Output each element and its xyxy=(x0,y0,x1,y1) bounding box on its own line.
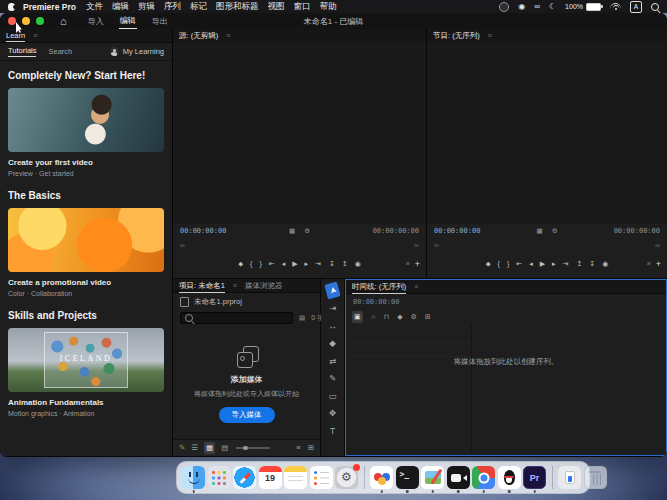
track-select-tool[interactable]: ⇥ xyxy=(325,302,340,315)
program-monitor-tab[interactable]: 节目: (无序列) xyxy=(433,29,480,43)
focus-moon-icon[interactable]: ☾ xyxy=(549,3,556,11)
extract-icon[interactable]: ↧ xyxy=(589,259,595,269)
search-input[interactable] xyxy=(197,315,288,322)
export-frame-icon[interactable]: ◉ xyxy=(602,259,608,269)
step-forward-icon[interactable]: ▸ xyxy=(552,259,556,269)
list-view-icon[interactable]: ☰ xyxy=(191,443,198,453)
timeline-tab[interactable]: 时间线: (无序列) xyxy=(352,280,406,294)
siri-icon[interactable] xyxy=(499,2,509,12)
menu-item-view[interactable]: 视图 xyxy=(267,1,284,13)
program-zoom-scrollbar[interactable] xyxy=(434,243,660,248)
panel-menu-icon[interactable]: ≡ xyxy=(488,32,492,39)
play-icon[interactable]: ▶ xyxy=(292,259,297,269)
go-to-in-icon[interactable]: ⇤ xyxy=(269,259,275,269)
zoom-level-icon[interactable]: ▦ xyxy=(537,226,543,236)
more-buttons-icon[interactable]: » xyxy=(406,259,410,269)
dock-item-safari[interactable] xyxy=(233,466,256,489)
dock-item-launchpad[interactable] xyxy=(208,466,231,489)
razor-tool[interactable]: ◆ xyxy=(325,337,340,350)
home-icon[interactable]: ⌂ xyxy=(60,14,67,28)
menu-item-file[interactable]: 文件 xyxy=(86,1,103,13)
panel-menu-icon[interactable]: ≡ xyxy=(33,32,37,39)
import-media-button[interactable]: 导入媒体 xyxy=(219,407,275,423)
project-empty-state[interactable]: 添加媒体 将媒体拖到此处或导入媒体以开始 导入媒体 xyxy=(173,331,320,438)
dock-item-cloud-drive[interactable] xyxy=(370,466,393,489)
menu-item-markers[interactable]: 标记 xyxy=(190,1,207,13)
menu-item-window[interactable]: 窗口 xyxy=(293,1,310,13)
step-back-icon[interactable]: ◂ xyxy=(529,259,533,269)
export-frame-icon[interactable]: ◉ xyxy=(355,259,361,269)
timeline-add-marker-icon[interactable]: ◆ xyxy=(397,312,402,322)
close-window-button[interactable] xyxy=(8,17,16,25)
dock-item-premiere-pro[interactable]: Pr xyxy=(523,466,546,489)
tutorial-card-image-animation[interactable]: ICELAND xyxy=(8,328,164,392)
dock-item-notes[interactable] xyxy=(284,466,307,489)
dock-item-system-settings[interactable]: ⚙ xyxy=(335,466,358,489)
dock-item-image-editor[interactable] xyxy=(421,466,444,489)
caption-settings-icon[interactable]: ⊞ xyxy=(425,312,431,322)
step-forward-icon[interactable]: ▸ xyxy=(305,259,309,269)
step-back-icon[interactable]: ◂ xyxy=(282,259,286,269)
dock-item-terminal[interactable] xyxy=(396,466,419,489)
search-box[interactable] xyxy=(180,312,293,324)
menu-item-edit[interactable]: 编辑 xyxy=(112,1,129,13)
button-editor-add-icon[interactable]: + xyxy=(656,259,661,269)
learn-tab-search[interactable]: Search xyxy=(48,47,72,56)
type-tool[interactable]: T xyxy=(325,424,340,437)
slip-tool[interactable]: ⇄ xyxy=(325,354,340,367)
tab-import[interactable]: 导入 xyxy=(87,14,105,29)
media-browser-tab[interactable]: 媒体浏览器 xyxy=(245,279,283,292)
dock-item-qq[interactable] xyxy=(498,466,521,489)
project-file-row[interactable]: 未命名1.prproj xyxy=(173,293,320,309)
hand-tool[interactable]: ✥ xyxy=(325,407,340,420)
tab-export[interactable]: 导出 xyxy=(151,14,169,29)
zoom-window-button[interactable] xyxy=(36,17,44,25)
learn-panel-tab[interactable]: Learn xyxy=(6,29,25,42)
wifi-icon[interactable] xyxy=(610,3,621,11)
snap-icon[interactable]: ∩ xyxy=(371,312,376,322)
media-bin-icon[interactable]: ▤ xyxy=(299,313,305,323)
more-buttons-icon[interactable]: » xyxy=(647,259,651,269)
sort-icon[interactable]: ≡ xyxy=(296,443,300,453)
learn-tab-tutorials[interactable]: Tutorials xyxy=(8,46,36,57)
icon-view-icon[interactable]: ▦ xyxy=(204,442,215,454)
tab-edit[interactable]: 编辑 xyxy=(119,13,137,29)
go-to-in-icon[interactable]: ⇤ xyxy=(516,259,522,269)
panel-menu-icon[interactable]: ≡ xyxy=(414,283,418,290)
timeline-settings-wrench-icon[interactable]: ⚙ xyxy=(411,312,417,322)
dock-item-trash[interactable] xyxy=(584,466,607,489)
mark-in-icon[interactable]: { xyxy=(498,259,500,269)
panel-menu-icon[interactable]: ≡ xyxy=(226,32,230,39)
ripple-edit-tool[interactable]: ↔ xyxy=(325,319,340,332)
monitor-settings-wrench-icon[interactable]: ⚙ xyxy=(304,226,310,236)
tutorial-card-image-promotional[interactable] xyxy=(8,208,164,272)
dock-item-chrome[interactable] xyxy=(472,466,495,489)
menu-item-clip[interactable]: 剪辑 xyxy=(138,1,155,13)
menu-item-graphics-titles[interactable]: 图形和标题 xyxy=(216,1,259,13)
nest-toggle-icon[interactable]: ▣ xyxy=(352,311,363,323)
source-zoom-scrollbar[interactable] xyxy=(180,243,419,248)
tutorial-card-image-first-video[interactable] xyxy=(8,88,164,152)
input-source-icon[interactable]: A xyxy=(630,1,642,13)
dock-item-finder[interactable] xyxy=(182,466,205,489)
source-monitor-tab[interactable]: 源: (无剪辑) xyxy=(179,29,218,43)
tutorial-card-title[interactable]: Create a promotional video xyxy=(8,278,164,287)
new-item-icon[interactable]: ⊞ xyxy=(308,443,314,453)
tutorial-card-title[interactable]: Animation Fundamentals xyxy=(8,398,164,407)
tutorial-card-title[interactable]: Create your first video xyxy=(8,158,164,167)
dock-item-reminders[interactable] xyxy=(310,466,333,489)
thumbnail-zoom-slider[interactable] xyxy=(236,447,270,449)
menu-item-sequence[interactable]: 序列 xyxy=(164,1,181,13)
apple-menu-icon[interactable] xyxy=(8,3,15,11)
go-to-out-icon[interactable]: ⇥ xyxy=(315,259,321,269)
dock-item-downloads[interactable] xyxy=(558,466,581,489)
insert-icon[interactable]: ↧ xyxy=(329,259,335,269)
play-icon[interactable]: ▶ xyxy=(540,259,545,269)
dock-item-screen-recorder[interactable] xyxy=(447,466,470,489)
my-learning-link[interactable]: My Learning xyxy=(110,47,164,56)
timeline-empty-hint[interactable]: 将媒体拖放到此处以创建序列。 xyxy=(346,357,666,367)
go-to-out-icon[interactable]: ⇥ xyxy=(563,259,569,269)
menu-item-help[interactable]: 帮助 xyxy=(319,1,336,13)
creative-cloud-icon[interactable]: ∞ xyxy=(534,3,540,11)
menubar-app-name[interactable]: Premiere Pro xyxy=(23,2,76,12)
